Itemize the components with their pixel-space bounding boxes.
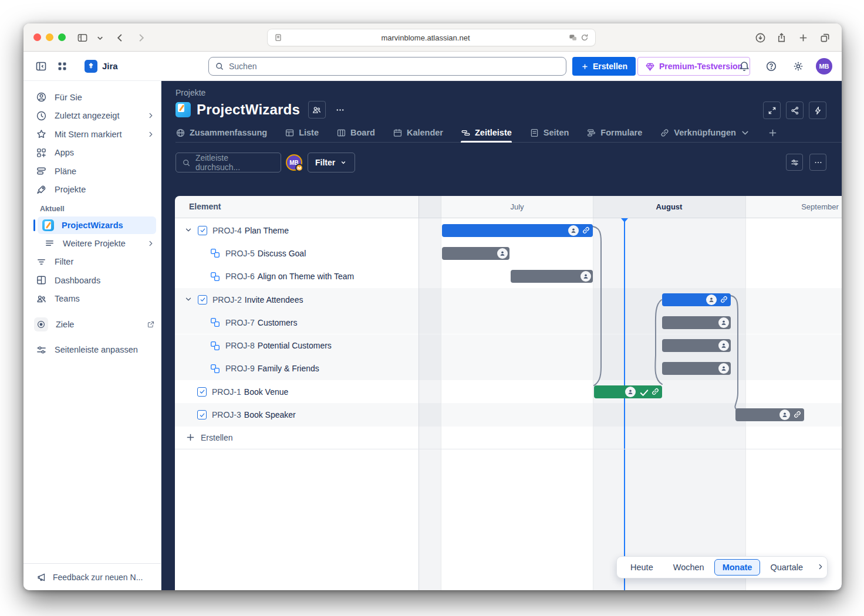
create-issue-row[interactable]: Erstellen [175,427,842,449]
zoom-window-button[interactable] [58,33,66,41]
download-icon[interactable] [753,31,767,45]
tab-overview-icon[interactable] [818,31,832,45]
lightning-icon[interactable] [809,101,826,119]
element-column-header: Element [189,202,221,211]
issue-checkbox[interactable] [197,410,207,419]
filter-button[interactable]: Filter [308,153,355,172]
sidebar-item-für-sie[interactable]: Für Sie [23,88,161,107]
sidebar-item-filter[interactable]: Filter [23,253,161,272]
create-button[interactable]: Erstellen [572,57,636,76]
sidebar-item-feedback[interactable]: Feedback zur neuen N... [23,563,161,590]
sidebar-item-projectwizards[interactable]: ProjectWizards [38,216,156,234]
issue-summary: Align on Theme with Team [258,272,354,281]
assignee-avatar-icon [625,387,636,397]
gantt-bar-PROJ-4[interactable] [442,224,593,237]
gear-icon[interactable] [789,57,808,76]
assignee-avatar-icon [779,409,790,420]
ellipsis-icon[interactable] [332,101,349,119]
gantt-bar-PROJ-1[interactable] [594,385,662,398]
help-icon[interactable] [762,57,781,76]
user-avatar[interactable]: MB [816,58,832,75]
sidebar-item-mit-stern-markiert[interactable]: Mit Stern markiert [23,125,161,144]
timeline-row-PROJ-6[interactable]: PROJ-6 Align on Theme with Team [175,265,842,288]
zoom-monate-button[interactable]: Monate [714,559,761,576]
tab-seiten[interactable]: Seiten [529,123,569,142]
collapse-sidebar-icon[interactable] [32,57,50,76]
browser-window: marvinblome.atlassian.net Jira Suchen [23,23,842,590]
tab-board[interactable]: Board [336,123,375,142]
assignee-avatar-icon [718,363,729,374]
sidebar-item-pläne[interactable]: Pläne [23,162,161,181]
settings-sliders-icon[interactable] [786,154,803,171]
gantt-bar-PROJ-2[interactable] [662,293,731,306]
sidebar-item-apps[interactable]: Apps [23,144,161,163]
jira-logo[interactable] [85,60,97,73]
issue-checkbox[interactable] [198,226,207,235]
tab-zeitleiste[interactable]: Zeitleiste [461,123,512,142]
back-icon[interactable] [113,31,127,45]
new-tab-icon[interactable] [796,31,810,45]
tab-add[interactable] [768,123,778,142]
address-bar[interactable]: marvinblome.atlassian.net [267,29,596,46]
gantt-bar-PROJ-9[interactable] [662,362,731,375]
gantt-bar-PROJ-6[interactable] [511,270,593,283]
share-nodes-icon[interactable] [786,101,804,119]
premium-trial-button[interactable]: Premium-Testversion [637,57,750,76]
breadcrumb[interactable]: Projekte [176,88,205,97]
timeline-row-PROJ-8[interactable]: PROJ-8 Potential Customers [175,334,842,357]
gantt-bar-PROJ-3[interactable] [735,408,804,421]
chevron-right-icon[interactable] [816,563,825,572]
close-window-button[interactable] [33,33,41,41]
zoom-wochen-button[interactable]: Wochen [666,560,712,575]
timeline-row-PROJ-2[interactable]: PROJ-2 Invite Attendees [175,288,842,311]
sidebar-toggle-icon[interactable] [75,31,89,45]
expand-icon[interactable] [763,101,781,119]
reader-icon[interactable] [272,32,284,43]
tab-kalender[interactable]: Kalender [393,123,443,142]
issue-checkbox[interactable] [197,387,207,397]
bell-icon[interactable] [735,57,754,76]
minimize-window-button[interactable] [46,33,53,41]
issue-checkbox[interactable] [198,295,207,304]
app-switcher-icon[interactable] [53,57,72,76]
sidebar-item-dashboards[interactable]: Dashboards [23,271,161,290]
people-icon[interactable] [308,101,326,119]
gantt-bar-PROJ-7[interactable] [662,316,731,329]
more-icon[interactable] [809,154,826,171]
sidebar-item-teams[interactable]: Teams [23,290,161,309]
gantt-bar-PROJ-8[interactable] [662,339,731,352]
sidebar-item-weitere-projekte[interactable]: Weitere Projekte [23,234,161,253]
globe-icon [176,128,185,138]
assignee-avatar[interactable]: MB M [286,154,302,171]
gantt-bar-PROJ-5[interactable] [442,247,509,260]
plus-icon [768,128,778,138]
url-text[interactable]: marvinblome.atlassian.net [284,33,567,42]
issue-key: PROJ-2 [212,295,242,304]
timeline-row-PROJ-7[interactable]: PROJ-7 Customers [175,311,842,334]
zoom-heute-button[interactable]: Heute [623,560,661,575]
star-icon [35,128,47,140]
translate-icon[interactable] [567,32,579,43]
tab-formulare[interactable]: Formulare [586,123,642,142]
sidebar-item-zuletzt-angezeigt[interactable]: Zuletzt angezeigt [23,107,161,126]
chevron-down-icon[interactable] [93,31,107,45]
timeline-search-placeholder: Zeitleiste durchsuch... [195,153,275,172]
reload-icon[interactable] [579,32,590,43]
timeline-row-PROJ-9[interactable]: PROJ-9 Family & Friends [175,357,842,380]
sidebar-item-seitenleiste-anpassen[interactable]: Seitenleiste anpassen [23,341,161,360]
timeline-search-input[interactable]: Zeitleiste durchsuch... [176,153,281,172]
zoom-quartale-button[interactable]: Quartale [762,560,811,575]
chevron-down-icon[interactable] [184,226,194,235]
forward-icon[interactable] [134,31,148,45]
share-icon[interactable] [774,31,788,45]
external-link-icon[interactable] [147,320,155,329]
timeline-row-PROJ-1[interactable]: PROJ-1 Book Venue [175,380,842,403]
tab-liste[interactable]: Liste [285,123,319,142]
tab-verknüpfungen[interactable]: Verknüpfungen [660,123,750,142]
tab-zusammenfassung[interactable]: Zusammenfassung [176,123,267,142]
chevron-down-icon[interactable] [184,295,194,304]
sidebar-item-projekte[interactable]: Projekte [23,181,161,199]
issue-key: PROJ-9 [225,364,255,373]
global-search-input[interactable]: Suchen [208,57,566,76]
sidebar-item-ziele[interactable]: Ziele [23,315,161,334]
